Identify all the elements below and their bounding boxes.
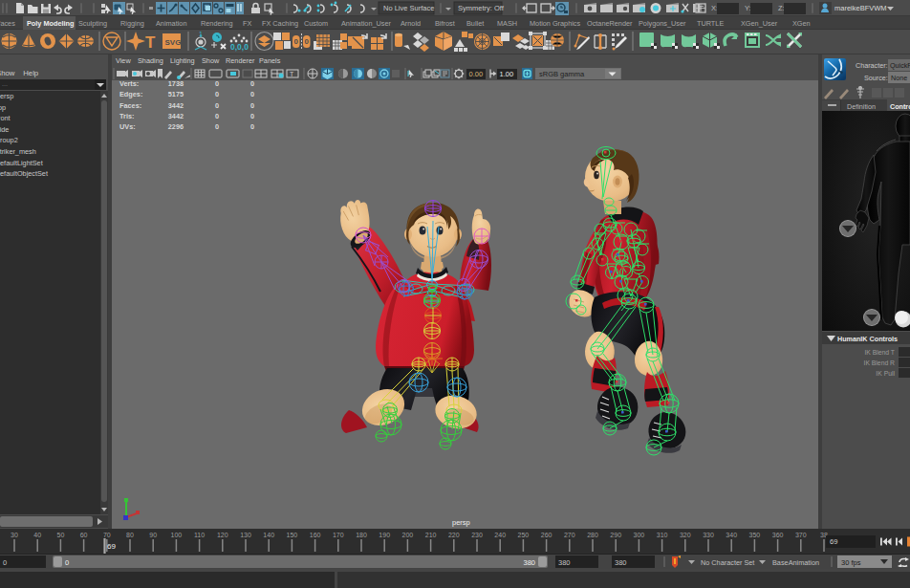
svg-text:Animation: Animation	[156, 19, 186, 28]
svg-text:XGen: XGen	[792, 19, 811, 28]
svg-text:MASH: MASH	[497, 19, 517, 28]
svg-text:100: 100	[171, 532, 183, 538]
svg-text:170: 170	[333, 532, 344, 538]
svg-text:90: 90	[149, 532, 157, 538]
svg-text:270: 270	[564, 532, 575, 538]
svg-text:60: 60	[80, 532, 88, 538]
svg-text:Motion Graphics: Motion Graphics	[530, 19, 580, 28]
svg-text:160: 160	[310, 532, 321, 538]
svg-text:Poly Modeling: Poly Modeling	[27, 19, 74, 28]
svg-text:T: T	[290, 71, 294, 77]
svg-text:No Live Surface: No Live Surface	[383, 4, 434, 12]
svg-text:330: 330	[703, 532, 714, 538]
svg-text:140: 140	[263, 532, 274, 538]
svg-text:30: 30	[11, 532, 18, 538]
svg-text:FX Caching: FX Caching	[262, 19, 298, 28]
svg-text:80: 80	[126, 532, 134, 538]
svg-text:Polygons_User: Polygons_User	[639, 19, 686, 28]
svg-text:340: 340	[726, 532, 737, 538]
svg-text:Surfaces: Surfaces	[0, 19, 15, 28]
svg-text:350: 350	[749, 532, 761, 538]
svg-text:360: 360	[772, 532, 784, 538]
svg-text:Symmetry: Off: Symmetry: Off	[458, 4, 505, 12]
svg-text:Rendering: Rendering	[201, 19, 233, 28]
svg-text:Bifrost: Bifrost	[435, 19, 455, 28]
svg-text:Arnold: Arnold	[401, 19, 421, 28]
svg-text:40: 40	[33, 532, 41, 538]
svg-text:FX: FX	[243, 19, 251, 28]
svg-text:280: 280	[587, 532, 598, 538]
svg-text:210: 210	[425, 532, 437, 538]
svg-text:SVG: SVG	[165, 38, 182, 47]
svg-text:370: 370	[795, 532, 807, 538]
svg-text:Sculpting: Sculpting	[78, 19, 107, 28]
svg-text:250: 250	[518, 532, 530, 538]
svg-text:69: 69	[107, 542, 116, 551]
svg-text:310: 310	[657, 532, 668, 538]
svg-text:Bullet: Bullet	[466, 19, 484, 28]
svg-text:110: 110	[194, 532, 205, 538]
svg-text:sRGB gamma: sRGB gamma	[539, 70, 585, 78]
svg-text:230: 230	[471, 532, 483, 538]
svg-text:150: 150	[287, 532, 298, 538]
svg-text:190: 190	[379, 532, 390, 538]
svg-text:TURTLE: TURTLE	[697, 19, 724, 28]
svg-text:0: 0	[294, 37, 299, 46]
svg-text:180: 180	[356, 532, 367, 538]
svg-text:120: 120	[217, 532, 228, 538]
svg-text:T: T	[145, 33, 156, 52]
svg-text:0.00: 0.00	[469, 70, 484, 78]
svg-text:200: 200	[402, 532, 414, 538]
svg-text:Z:: Z:	[778, 4, 785, 12]
svg-text:XGen_User: XGen_User	[741, 19, 778, 28]
svg-text:OctaneRender: OctaneRender	[587, 19, 633, 28]
svg-text:Y:: Y:	[745, 4, 751, 12]
svg-text:Custom: Custom	[304, 19, 328, 28]
svg-text:1: 1	[199, 31, 203, 37]
svg-text:240: 240	[494, 532, 506, 538]
svg-text:320: 320	[680, 532, 691, 538]
svg-text:50: 50	[57, 532, 65, 538]
svg-text:0: 0	[305, 37, 310, 46]
svg-text:130: 130	[240, 532, 251, 538]
svg-text:1.00: 1.00	[500, 70, 514, 78]
svg-text:mareikeBFVWM: mareikeBFVWM	[834, 4, 887, 12]
svg-text:290: 290	[610, 532, 621, 538]
svg-text:260: 260	[541, 532, 552, 538]
svg-text:Animation_User: Animation_User	[341, 19, 391, 28]
svg-text:300: 300	[634, 532, 645, 538]
svg-text:70: 70	[103, 532, 111, 538]
svg-text:0,0,0: 0,0,0	[230, 42, 249, 52]
svg-text:220: 220	[448, 532, 460, 538]
svg-text:Rigging: Rigging	[120, 19, 144, 28]
